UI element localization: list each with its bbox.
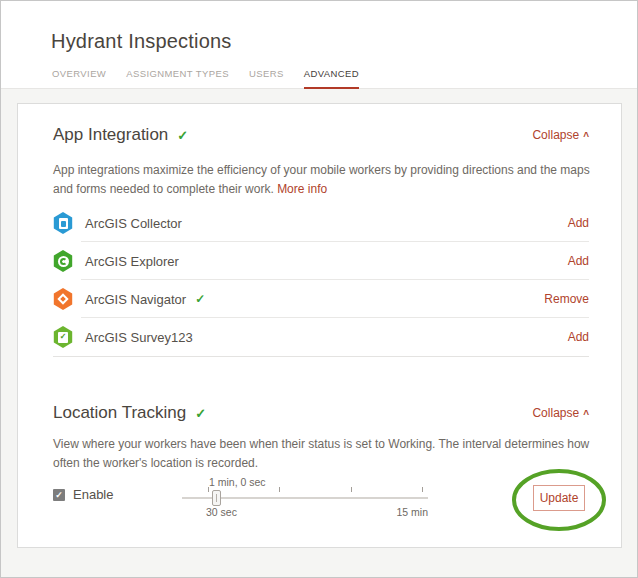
check-icon: ✓ <box>177 128 188 143</box>
location-tracking-description: View where your workers have been when t… <box>53 435 598 473</box>
location-tracking-collapse-link[interactable]: Collapse ^ <box>532 406 589 420</box>
more-info-link[interactable]: More info <box>277 182 327 196</box>
remove-navigator-link[interactable]: Remove <box>544 292 589 306</box>
chevron-up-icon: ^ <box>583 131 589 142</box>
section-divider <box>53 356 589 357</box>
app-name: ArcGIS Explorer <box>85 254 179 269</box>
tab-users[interactable]: USERS <box>249 68 284 89</box>
location-tracking-header: Location Tracking ✓ Collapse ^ <box>53 403 589 423</box>
slider-tick <box>422 487 423 492</box>
app-row-collector: ArcGIS Collector Add <box>53 204 589 242</box>
arcgis-survey123-icon: ✓ <box>53 326 73 348</box>
app-row-survey123: ✓ ArcGIS Survey123 Add <box>53 318 589 356</box>
compass-glyph <box>58 256 69 267</box>
advanced-settings-card: App Integration ✓ Collapse ^ App integra… <box>17 103 622 548</box>
collapse-label: Collapse <box>532 406 579 420</box>
check-glyph: ✓ <box>60 333 67 341</box>
tab-assignment-types[interactable]: ASSIGNMENT TYPES <box>126 68 229 89</box>
collapse-label: Collapse <box>532 128 579 142</box>
check-icon: ✓ <box>195 406 206 421</box>
slider-min-label: 30 sec <box>206 506 237 518</box>
slider-tick <box>279 487 280 492</box>
tab-overview[interactable]: OVERVIEW <box>52 68 106 89</box>
page-header: Hydrant Inspections OVERVIEW ASSIGNMENT … <box>1 1 637 89</box>
app-name: ArcGIS Navigator <box>85 292 186 307</box>
update-button[interactable]: Update <box>533 485 585 511</box>
workforce-project-page: Hydrant Inspections OVERVIEW ASSIGNMENT … <box>0 0 638 578</box>
slider-current-value: 1 min, 0 sec <box>209 476 266 488</box>
app-integration-title: App Integration <box>53 125 168 145</box>
tab-bar: OVERVIEW ASSIGNMENT TYPES USERS ADVANCED <box>52 68 359 89</box>
arcgis-navigator-icon <box>53 288 73 310</box>
add-explorer-link[interactable]: Add <box>568 254 589 268</box>
tab-advanced[interactable]: ADVANCED <box>304 68 359 89</box>
app-row-explorer: ArcGIS Explorer Add <box>53 242 589 280</box>
arcgis-explorer-icon <box>53 250 73 272</box>
slider-tick <box>208 487 209 492</box>
app-integration-description: App integrations maximize the efficiency… <box>53 161 598 199</box>
app-row-navigator: ArcGIS Navigator ✓ Remove <box>53 280 589 318</box>
enable-label: Enable <box>73 487 113 502</box>
enable-checkbox[interactable]: ✓ <box>53 489 65 501</box>
check-icon: ✓ <box>195 292 205 306</box>
add-survey123-link[interactable]: Add <box>568 330 589 344</box>
diamond-glyph <box>57 293 68 304</box>
app-integration-collapse-link[interactable]: Collapse ^ <box>532 128 589 142</box>
page-title: Hydrant Inspections <box>51 30 232 53</box>
slider-max-label: 15 min <box>386 506 428 518</box>
app-integration-list: ArcGIS Collector Add ArcGIS Explorer Add… <box>53 204 589 356</box>
location-tracking-title: Location Tracking <box>53 403 186 423</box>
app-name: ArcGIS Survey123 <box>85 330 193 345</box>
clipboard-glyph <box>59 218 68 229</box>
chevron-up-icon: ^ <box>583 409 589 420</box>
app-name: ArcGIS Collector <box>85 216 182 231</box>
slider-tick <box>351 487 352 492</box>
arcgis-collector-icon <box>53 212 73 234</box>
app-integration-header: App Integration ✓ Collapse ^ <box>53 125 589 145</box>
enable-tracking-control: ✓ Enable <box>53 487 113 502</box>
checkbox-glyph: ✓ <box>58 332 68 343</box>
add-collector-link[interactable]: Add <box>568 216 589 230</box>
interval-slider-handle[interactable] <box>212 490 221 506</box>
